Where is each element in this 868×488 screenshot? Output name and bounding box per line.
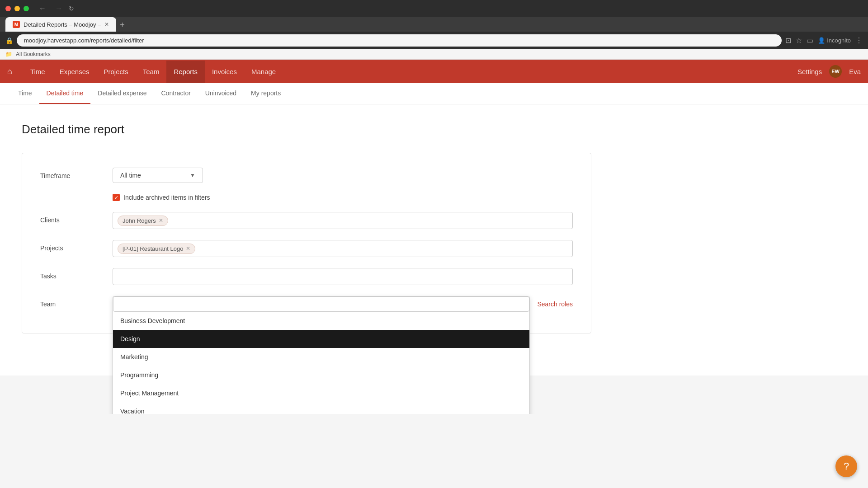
team-row: Team Business Development Design Marketi… <box>40 296 573 308</box>
profile-icon[interactable]: ▭ <box>807 36 813 45</box>
team-label: Team <box>40 296 113 308</box>
projects-control: [P-01] Restaurant Logo ✕ <box>113 240 573 257</box>
window-controls <box>5 6 29 11</box>
avatar: EW <box>829 65 842 78</box>
client-tag-label: John Rogers <box>123 217 156 224</box>
username-link[interactable]: Eva <box>849 68 861 75</box>
project-tag-remove-button[interactable]: ✕ <box>186 245 190 252</box>
url-input[interactable] <box>17 34 782 47</box>
tasks-label: Tasks <box>40 268 113 280</box>
clients-row: Clients John Rogers ✕ <box>40 212 573 229</box>
clients-control: John Rogers ✕ <box>113 212 573 229</box>
security-icon: 🔒 <box>5 37 13 44</box>
nav-item-reports[interactable]: Reports <box>166 61 205 83</box>
timeframe-control: All time ▼ <box>113 168 573 183</box>
menu-button[interactable]: ⋮ <box>855 36 863 45</box>
tasks-row: Tasks <box>40 268 573 285</box>
main-content: Detailed time report Timeframe All time … <box>0 104 868 375</box>
tab-bar: M Detailed Reports – Moodjoy – ✕ + <box>0 17 868 32</box>
address-bar-icons: 🔒 <box>5 37 13 44</box>
team-search-input[interactable] <box>113 296 529 312</box>
tasks-input[interactable] <box>113 268 573 285</box>
projects-row: Projects [P-01] Restaurant Logo ✕ <box>40 240 573 257</box>
tab-detailed-time[interactable]: Detailed time <box>39 83 91 104</box>
projects-input[interactable]: [P-01] Restaurant Logo ✕ <box>113 240 573 257</box>
nav-item-expenses[interactable]: Expenses <box>52 61 97 83</box>
bookmark-icon[interactable]: ☆ <box>796 36 802 45</box>
nav-item-projects[interactable]: Projects <box>97 61 136 83</box>
nav-item-time[interactable]: Time <box>23 61 52 83</box>
timeframe-label: Timeframe <box>40 168 113 179</box>
page-title: Detailed time report <box>22 122 846 136</box>
team-dropdown: Business Development Design Marketing Pr… <box>113 296 530 414</box>
window-maximize-button[interactable] <box>24 6 29 11</box>
project-tag-label: [P-01] Restaurant Logo <box>123 245 183 252</box>
new-tab-button[interactable]: + <box>116 19 128 32</box>
incognito-icon: 👤 <box>818 37 825 44</box>
nav-item-invoices[interactable]: Invoices <box>205 61 244 83</box>
window-close-button[interactable] <box>5 6 11 11</box>
address-bar: 🔒 ⊡ ☆ ▭ 👤 Incognito ⋮ <box>0 32 868 49</box>
bookmarks-bar: 📁 All Bookmarks <box>0 49 868 60</box>
project-tag: [P-01] Restaurant Logo ✕ <box>118 244 195 254</box>
window-minimize-button[interactable] <box>14 6 20 11</box>
dropdown-item-programming[interactable]: Programming <box>113 366 529 384</box>
dropdown-item-marketing[interactable]: Marketing <box>113 348 529 366</box>
checkbox-row: ✓ Include archived items in filters <box>40 194 573 201</box>
tab-close-button[interactable]: ✕ <box>104 21 109 28</box>
search-roles-link[interactable]: Search roles <box>537 296 573 308</box>
forward-button[interactable]: → <box>52 4 65 14</box>
client-tag-remove-button[interactable]: ✕ <box>159 217 163 224</box>
projects-label: Projects <box>40 240 113 252</box>
cast-icon[interactable]: ⊡ <box>785 36 791 45</box>
tab-title: Detailed Reports – Moodjoy – <box>24 21 101 28</box>
dropdown-item-vacation[interactable]: Vacation <box>113 402 529 414</box>
timeframe-select[interactable]: All time ▼ <box>113 168 203 183</box>
nav-right: Settings EW Eva <box>797 65 861 78</box>
archived-checkbox[interactable]: ✓ <box>113 194 120 201</box>
clients-input[interactable]: John Rogers ✕ <box>113 212 573 229</box>
dropdown-item-design[interactable]: Design <box>113 330 529 348</box>
active-tab[interactable]: M Detailed Reports – Moodjoy – ✕ <box>5 17 116 32</box>
nav-item-team[interactable]: Team <box>136 61 167 83</box>
timeframe-row: Timeframe All time ▼ <box>40 168 573 183</box>
nav-items: Time Expenses Projects Team Reports Invo… <box>23 61 283 83</box>
back-button[interactable]: ← <box>36 4 49 14</box>
archived-checkbox-label: Include archived items in filters <box>123 194 210 201</box>
tab-detailed-expense[interactable]: Detailed expense <box>90 83 154 104</box>
home-icon[interactable]: ⌂ <box>7 67 12 76</box>
nav-item-manage[interactable]: Manage <box>244 61 283 83</box>
dropdown-item-business-development[interactable]: Business Development <box>113 312 529 330</box>
dropdown-list: Business Development Design Marketing Pr… <box>113 312 529 414</box>
filter-form: Timeframe All time ▼ ✓ Include archived … <box>22 153 591 333</box>
tab-my-reports[interactable]: My reports <box>244 83 288 104</box>
reload-button[interactable]: ↻ <box>69 5 74 12</box>
timeframe-value: All time <box>120 172 141 179</box>
incognito-button[interactable]: 👤 Incognito <box>818 37 851 44</box>
client-tag: John Rogers ✕ <box>118 216 168 226</box>
tab-contractor[interactable]: Contractor <box>154 83 198 104</box>
tasks-control <box>113 268 573 285</box>
tab-time[interactable]: Time <box>11 83 39 104</box>
tab-uninvoiced[interactable]: Uninvoiced <box>198 83 244 104</box>
tab-favicon: M <box>13 21 20 28</box>
browser-titlebar: ← → ↻ <box>0 0 868 17</box>
browser-action-icons: ⊡ ☆ ▭ 👤 Incognito ⋮ <box>785 36 863 45</box>
all-bookmarks-link[interactable]: All Bookmarks <box>16 51 51 57</box>
chevron-down-icon: ▼ <box>190 172 195 178</box>
clients-label: Clients <box>40 212 113 224</box>
bookmarks-icon: 📁 <box>5 51 12 57</box>
dropdown-item-project-management[interactable]: Project Management <box>113 384 529 402</box>
app-nav: ⌂ Time Expenses Projects Team Reports In… <box>0 60 868 83</box>
sub-nav: Time Detailed time Detailed expense Cont… <box>0 83 868 104</box>
settings-link[interactable]: Settings <box>797 68 822 75</box>
